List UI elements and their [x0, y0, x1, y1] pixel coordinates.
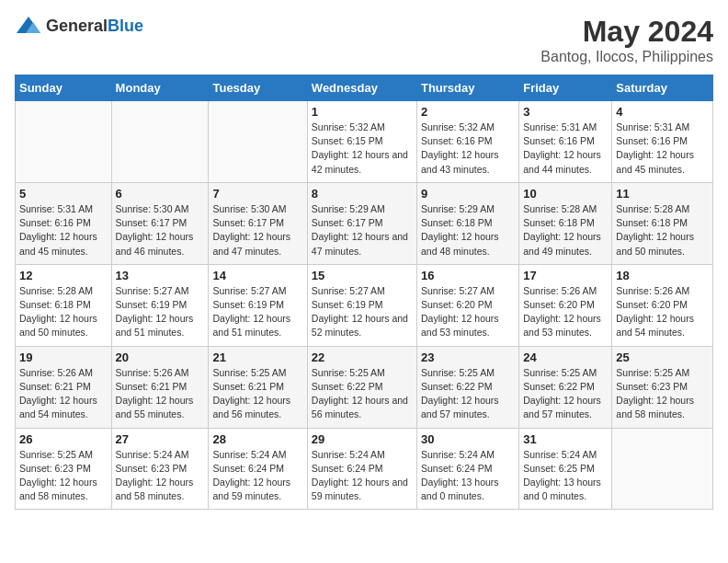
calendar-week-1: 1Sunrise: 5:32 AMSunset: 6:15 PMDaylight…	[16, 101, 713, 183]
calendar-cell: 21Sunrise: 5:25 AMSunset: 6:21 PMDayligh…	[209, 346, 307, 428]
day-info: Sunrise: 5:28 AMSunset: 6:18 PMDaylight:…	[523, 202, 608, 259]
day-info: Sunrise: 5:24 AMSunset: 6:23 PMDaylight:…	[116, 448, 205, 504]
header-day-monday: Monday	[111, 75, 209, 101]
calendar-cell: 28Sunrise: 5:24 AMSunset: 6:24 PMDayligh…	[209, 428, 307, 510]
calendar-cell: 16Sunrise: 5:27 AMSunset: 6:20 PMDayligh…	[416, 264, 518, 346]
calendar-cell: 15Sunrise: 5:27 AMSunset: 6:19 PMDayligh…	[307, 264, 416, 346]
calendar-cell: 24Sunrise: 5:25 AMSunset: 6:22 PMDayligh…	[519, 346, 612, 428]
day-number: 9	[421, 187, 515, 201]
day-info: Sunrise: 5:24 AMSunset: 6:24 PMDaylight:…	[421, 448, 515, 504]
logo-text-blue: Blue	[108, 17, 143, 35]
header-day-tuesday: Tuesday	[209, 75, 307, 101]
calendar-cell: 13Sunrise: 5:27 AMSunset: 6:19 PMDayligh…	[111, 264, 209, 346]
day-number: 19	[19, 350, 108, 364]
header-day-thursday: Thursday	[416, 75, 518, 101]
calendar-cell: 10Sunrise: 5:28 AMSunset: 6:18 PMDayligh…	[519, 182, 612, 264]
day-info: Sunrise: 5:27 AMSunset: 6:19 PMDaylight:…	[312, 284, 413, 340]
day-info: Sunrise: 5:26 AMSunset: 6:20 PMDaylight:…	[523, 284, 608, 340]
day-number: 8	[312, 187, 413, 201]
day-info: Sunrise: 5:29 AMSunset: 6:17 PMDaylight:…	[312, 202, 413, 259]
day-number: 4	[616, 105, 709, 119]
day-number: 21	[212, 350, 302, 364]
calendar-table: SundayMondayTuesdayWednesdayThursdayFrid…	[15, 75, 713, 510]
calendar-cell: 17Sunrise: 5:26 AMSunset: 6:20 PMDayligh…	[519, 264, 612, 346]
calendar-cell: 4Sunrise: 5:31 AMSunset: 6:16 PMDaylight…	[612, 101, 713, 183]
day-info: Sunrise: 5:27 AMSunset: 6:20 PMDaylight:…	[421, 284, 515, 340]
day-number: 3	[523, 105, 608, 119]
calendar-week-2: 5Sunrise: 5:31 AMSunset: 6:16 PMDaylight…	[16, 182, 713, 264]
day-number: 5	[19, 187, 108, 201]
day-info: Sunrise: 5:25 AMSunset: 6:23 PMDaylight:…	[19, 448, 108, 504]
day-number: 2	[421, 105, 515, 119]
calendar-cell: 8Sunrise: 5:29 AMSunset: 6:17 PMDaylight…	[307, 182, 416, 264]
day-info: Sunrise: 5:25 AMSunset: 6:21 PMDaylight:…	[212, 366, 302, 422]
header-day-wednesday: Wednesday	[307, 75, 416, 101]
calendar-week-3: 12Sunrise: 5:28 AMSunset: 6:18 PMDayligh…	[16, 264, 713, 346]
day-number: 16	[421, 269, 515, 282]
day-number: 14	[212, 269, 302, 282]
day-info: Sunrise: 5:31 AMSunset: 6:16 PMDaylight:…	[616, 121, 709, 177]
calendar-cell: 5Sunrise: 5:31 AMSunset: 6:16 PMDaylight…	[16, 182, 112, 264]
day-info: Sunrise: 5:27 AMSunset: 6:19 PMDaylight:…	[212, 284, 302, 340]
day-info: Sunrise: 5:32 AMSunset: 6:15 PMDaylight:…	[312, 121, 413, 177]
calendar-header-row: SundayMondayTuesdayWednesdayThursdayFrid…	[16, 75, 713, 101]
logo: GeneralBlue	[15, 15, 143, 37]
day-number: 29	[312, 432, 413, 446]
day-info: Sunrise: 5:24 AMSunset: 6:24 PMDaylight:…	[312, 448, 413, 504]
header-day-friday: Friday	[519, 75, 612, 101]
day-number: 26	[19, 432, 108, 446]
calendar-cell	[209, 101, 307, 183]
calendar-cell: 27Sunrise: 5:24 AMSunset: 6:23 PMDayligh…	[111, 428, 209, 510]
day-info: Sunrise: 5:24 AMSunset: 6:25 PMDaylight:…	[523, 448, 608, 504]
day-info: Sunrise: 5:25 AMSunset: 6:22 PMDaylight:…	[421, 366, 515, 422]
day-info: Sunrise: 5:30 AMSunset: 6:17 PMDaylight:…	[212, 202, 302, 259]
day-number: 22	[312, 350, 413, 364]
day-info: Sunrise: 5:29 AMSunset: 6:18 PMDaylight:…	[421, 202, 515, 259]
calendar-cell: 26Sunrise: 5:25 AMSunset: 6:23 PMDayligh…	[16, 428, 112, 510]
day-number: 18	[616, 269, 709, 282]
calendar-cell: 19Sunrise: 5:26 AMSunset: 6:21 PMDayligh…	[16, 346, 112, 428]
day-info: Sunrise: 5:28 AMSunset: 6:18 PMDaylight:…	[19, 284, 108, 340]
calendar-cell: 18Sunrise: 5:26 AMSunset: 6:20 PMDayligh…	[612, 264, 713, 346]
day-number: 27	[116, 432, 205, 446]
calendar-cell: 11Sunrise: 5:28 AMSunset: 6:18 PMDayligh…	[612, 182, 713, 264]
logo-text-general: General	[46, 17, 108, 35]
day-info: Sunrise: 5:31 AMSunset: 6:16 PMDaylight:…	[19, 202, 108, 259]
day-number: 24	[523, 350, 608, 364]
header: GeneralBlue May 2024 Bantog, Ilocos, Phi…	[15, 15, 713, 65]
day-info: Sunrise: 5:25 AMSunset: 6:22 PMDaylight:…	[523, 366, 608, 422]
header-day-sunday: Sunday	[16, 75, 112, 101]
day-info: Sunrise: 5:26 AMSunset: 6:20 PMDaylight:…	[616, 284, 709, 340]
day-number: 10	[523, 187, 608, 201]
calendar-cell: 12Sunrise: 5:28 AMSunset: 6:18 PMDayligh…	[16, 264, 112, 346]
day-number: 25	[616, 350, 709, 364]
subtitle: Bantog, Ilocos, Philippines	[540, 49, 713, 65]
day-number: 1	[312, 105, 413, 119]
calendar-cell: 23Sunrise: 5:25 AMSunset: 6:22 PMDayligh…	[416, 346, 518, 428]
day-info: Sunrise: 5:26 AMSunset: 6:21 PMDaylight:…	[116, 366, 205, 422]
calendar-cell: 25Sunrise: 5:25 AMSunset: 6:23 PMDayligh…	[612, 346, 713, 428]
day-info: Sunrise: 5:25 AMSunset: 6:22 PMDaylight:…	[312, 366, 413, 422]
day-info: Sunrise: 5:26 AMSunset: 6:21 PMDaylight:…	[19, 366, 108, 422]
calendar-cell: 7Sunrise: 5:30 AMSunset: 6:17 PMDaylight…	[209, 182, 307, 264]
calendar-cell: 3Sunrise: 5:31 AMSunset: 6:16 PMDaylight…	[519, 101, 612, 183]
day-info: Sunrise: 5:28 AMSunset: 6:18 PMDaylight:…	[616, 202, 709, 259]
day-number: 20	[116, 350, 205, 364]
calendar-week-4: 19Sunrise: 5:26 AMSunset: 6:21 PMDayligh…	[16, 346, 713, 428]
day-number: 7	[212, 187, 302, 201]
day-info: Sunrise: 5:25 AMSunset: 6:23 PMDaylight:…	[616, 366, 709, 422]
day-number: 17	[523, 269, 608, 282]
day-number: 31	[523, 432, 608, 446]
calendar-cell: 22Sunrise: 5:25 AMSunset: 6:22 PMDayligh…	[307, 346, 416, 428]
calendar-cell: 9Sunrise: 5:29 AMSunset: 6:18 PMDaylight…	[416, 182, 518, 264]
day-number: 11	[616, 187, 709, 201]
day-info: Sunrise: 5:30 AMSunset: 6:17 PMDaylight:…	[116, 202, 205, 259]
calendar-cell: 1Sunrise: 5:32 AMSunset: 6:15 PMDaylight…	[307, 101, 416, 183]
calendar-cell	[16, 101, 112, 183]
calendar-cell: 31Sunrise: 5:24 AMSunset: 6:25 PMDayligh…	[519, 428, 612, 510]
main-title: May 2024	[540, 15, 713, 49]
calendar-cell	[111, 101, 209, 183]
calendar-cell: 6Sunrise: 5:30 AMSunset: 6:17 PMDaylight…	[111, 182, 209, 264]
calendar-cell: 29Sunrise: 5:24 AMSunset: 6:24 PMDayligh…	[307, 428, 416, 510]
day-number: 6	[116, 187, 205, 201]
